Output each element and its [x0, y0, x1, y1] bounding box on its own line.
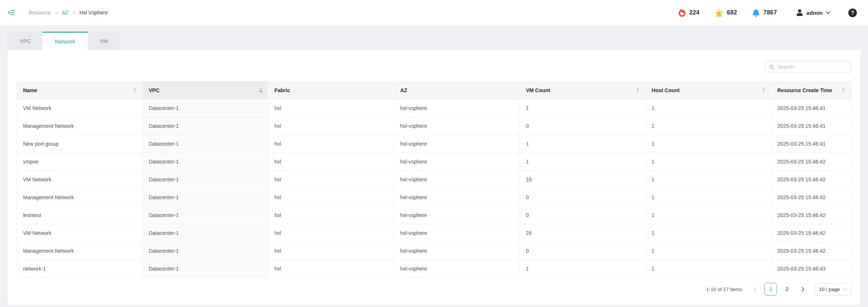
column-header-vpc[interactable]: VPC — [143, 81, 268, 99]
tab-network[interactable]: Network — [42, 32, 88, 50]
cell-vm-count: 0 — [520, 206, 645, 224]
cell-name: vmpxe — [17, 153, 143, 171]
table-toolbar — [17, 50, 851, 72]
menu-fold-icon[interactable] — [7, 9, 16, 17]
cell-name: VM Network — [17, 171, 143, 188]
pagination: 1-10 of 17 items 1 2 10 / page — [17, 283, 851, 295]
cell-name: VM Network — [17, 99, 143, 117]
cell-fabric: hxl — [268, 153, 394, 171]
topbar-right: 224 682 7867 — [663, 9, 857, 17]
top-bar: Resource > AZ > Hxl Vsphere 224 — [0, 0, 868, 25]
notifications-indicator[interactable]: 7867 — [752, 9, 777, 17]
cell-name: VM Network — [17, 224, 143, 242]
prev-page-button[interactable] — [750, 283, 761, 295]
warning-alerts-indicator[interactable]: 682 — [715, 9, 737, 17]
cell-az: hxl-vsphere — [394, 153, 520, 171]
table-row[interactable]: network-1 Datacenter-1 hxl hxl-vsphere 1… — [17, 260, 851, 278]
cell-vm-count: 0 — [520, 242, 645, 260]
warning-count: 682 — [727, 9, 737, 16]
cell-create-time: 2025-03-25 15:46:43 — [771, 260, 851, 278]
person-icon — [796, 9, 803, 16]
table-row[interactable]: Management Network Datacenter-1 hxl hxl-… — [17, 117, 851, 135]
breadcrumb-separator: > — [55, 10, 58, 16]
cell-host-count: 1 — [646, 171, 771, 188]
notification-count: 7867 — [763, 9, 777, 16]
cell-vpc: Datacenter-1 — [143, 260, 268, 278]
tab-vpc[interactable]: VPC — [8, 32, 43, 50]
cell-az: hxl-vsphere — [394, 135, 520, 153]
user-menu[interactable]: admin — [796, 9, 830, 16]
cell-host-count: 1 — [646, 242, 771, 260]
cell-host-count: 1 — [646, 135, 771, 153]
cell-fabric: hxl — [268, 260, 394, 278]
cell-vpc: Datacenter-1 — [143, 188, 268, 206]
table-row[interactable]: New port group Datacenter-1 hxl hxl-vsph… — [17, 135, 851, 153]
cell-vpc: Datacenter-1 — [143, 171, 268, 188]
chevron-left-icon — [754, 287, 757, 292]
cell-az: hxl-vsphere — [394, 260, 520, 278]
cell-vm-count: 1 — [520, 99, 645, 117]
cell-vpc: Datacenter-1 — [143, 206, 268, 224]
column-header-resource-create-time[interactable]: Resource Create Time — [771, 81, 851, 99]
cell-fabric: hxl — [268, 242, 394, 260]
table-row[interactable]: leontest Datacenter-1 hxl hxl-vsphere 0 … — [17, 206, 851, 224]
network-table: Name VPC Fabric AZ VM Count — [17, 81, 851, 278]
cell-vm-count: 28 — [520, 224, 645, 242]
cell-create-time: 2025-03-25 15:46:42 — [771, 206, 851, 224]
table-row[interactable]: Management Network Datacenter-1 hxl hxl-… — [17, 242, 851, 260]
user-name: admin — [806, 10, 823, 16]
chevron-down-icon — [826, 11, 830, 14]
cell-az: hxl-vsphere — [394, 117, 520, 135]
cell-create-time: 2025-03-25 15:46:41 — [771, 135, 851, 153]
sort-icon-descending-active — [259, 88, 262, 93]
critical-alerts-indicator[interactable]: 224 — [679, 9, 699, 17]
cell-name: New port group — [17, 135, 143, 153]
cell-host-count: 1 — [646, 224, 771, 242]
cell-create-time: 2025-03-25 15:46:41 — [771, 99, 851, 117]
cell-vm-count: 0 — [520, 117, 645, 135]
sort-icon — [133, 88, 136, 93]
search-input-wrapper — [765, 61, 851, 72]
page-1-button[interactable]: 1 — [764, 283, 777, 295]
table-row[interactable]: VM Network Datacenter-1 hxl hxl-vsphere … — [17, 99, 851, 117]
chevron-right-icon — [801, 287, 804, 292]
sort-icon — [636, 88, 639, 93]
breadcrumb-resource: Resource — [29, 10, 51, 16]
breadcrumb: Resource > AZ > Hxl Vsphere — [29, 10, 108, 16]
cell-host-count: 1 — [646, 117, 771, 135]
table-row[interactable]: VM Network Datacenter-1 hxl hxl-vsphere … — [17, 171, 851, 188]
table-row[interactable]: Management Network Datacenter-1 hxl hxl-… — [17, 188, 851, 206]
cell-fabric: hxl — [268, 117, 394, 135]
cell-az: hxl-vsphere — [394, 242, 520, 260]
pagination-summary: 1-10 of 17 items — [706, 287, 742, 292]
page-2-button[interactable]: 2 — [781, 283, 793, 295]
cell-vm-count: 0 — [520, 188, 645, 206]
breadcrumb-az-link[interactable]: AZ — [62, 10, 69, 16]
table-row[interactable]: vmpxe Datacenter-1 hxl hxl-vsphere 1 1 2… — [17, 153, 851, 171]
fire-icon — [679, 9, 686, 17]
next-page-button[interactable] — [797, 283, 808, 295]
cell-vpc: Datacenter-1 — [143, 135, 268, 153]
cell-create-time: 2025-03-25 15:46:42 — [771, 171, 851, 188]
help-button[interactable]: ? — [848, 9, 857, 17]
cell-host-count: 1 — [646, 206, 771, 224]
cell-vpc: Datacenter-1 — [143, 153, 268, 171]
cell-create-time: 2025-03-25 15:46:41 — [771, 117, 851, 135]
column-header-vm-count[interactable]: VM Count — [520, 81, 645, 99]
cell-host-count: 1 — [646, 153, 771, 171]
search-input[interactable] — [777, 64, 847, 70]
column-header-fabric: Fabric — [268, 81, 394, 99]
cell-name: Management Network — [17, 117, 143, 135]
column-header-host-count[interactable]: Host Count — [646, 81, 771, 99]
page-size-select[interactable]: 10 / page — [815, 283, 851, 295]
cell-az: hxl-vsphere — [394, 224, 520, 242]
breadcrumb-separator: > — [72, 10, 75, 16]
table-row[interactable]: VM Network Datacenter-1 hxl hxl-vsphere … — [17, 224, 851, 242]
cell-fabric: hxl — [268, 206, 394, 224]
question-icon: ? — [851, 10, 854, 16]
column-header-name[interactable]: Name — [17, 81, 143, 99]
tab-bar: VPC Network VM — [8, 32, 868, 50]
tab-vm[interactable]: VM — [87, 32, 120, 50]
alarm-icon — [715, 9, 723, 17]
cell-fabric: hxl — [268, 99, 394, 117]
